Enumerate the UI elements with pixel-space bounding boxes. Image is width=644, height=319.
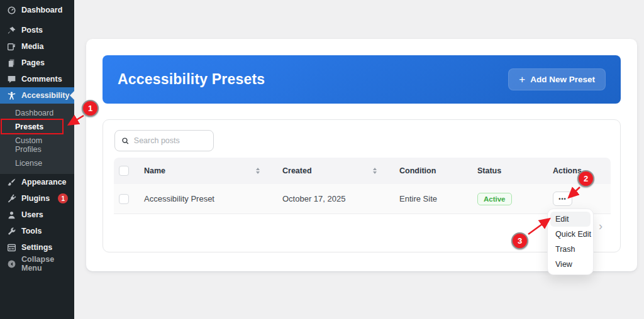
table-row: Accessibility Preset October 17, 2025 En…: [114, 184, 611, 214]
sidebar-item-label: Users: [21, 210, 43, 219]
menu-item-view[interactable]: View: [550, 257, 591, 272]
sidebar-item-label: Settings: [21, 243, 52, 252]
sidebar-item-label: Pages: [21, 58, 45, 67]
comment-icon: [6, 74, 16, 84]
plug-icon: [6, 193, 16, 203]
row-checkbox[interactable]: [119, 194, 129, 204]
plus-icon: +: [519, 74, 525, 85]
search-input[interactable]: [134, 136, 207, 145]
select-all-checkbox[interactable]: [119, 166, 129, 176]
main-content: Accessibility Presets + Add New Preset N…: [74, 0, 644, 319]
sidebar-item-accessibility[interactable]: Accessibility: [0, 87, 74, 104]
sidebar-item-label: Accessibility: [21, 91, 69, 100]
menu-item-quick-edit[interactable]: Quick Edit: [550, 227, 591, 242]
sidebar-item-appearance[interactable]: Appearance: [0, 174, 74, 190]
add-new-preset-button[interactable]: + Add New Preset: [508, 68, 606, 90]
user-icon: [6, 210, 16, 220]
sidebar-item-label: Collapse Menu: [21, 255, 72, 273]
collapse-arrow-icon: [6, 259, 16, 269]
preset-condition: Entire Site: [397, 194, 475, 203]
presets-table-panel: Name Created Condition Status Actions Ac…: [103, 119, 621, 252]
sidebar-item-tools[interactable]: Tools: [0, 223, 74, 239]
table-header-row: Name Created Condition Status Actions: [114, 158, 611, 184]
column-header-condition: Condition: [397, 166, 475, 175]
pin-icon: [6, 25, 16, 35]
sidebar-item-collapse-menu[interactable]: Collapse Menu: [0, 256, 74, 272]
submenu-item-presets[interactable]: Presets: [0, 120, 74, 134]
preset-name: Accessibility Preset: [142, 194, 280, 203]
sort-icon[interactable]: [373, 168, 377, 174]
sidebar-item-label: Comments: [21, 75, 62, 84]
add-new-preset-label: Add New Preset: [530, 75, 595, 84]
sidebar-item-label: Plugins: [21, 194, 50, 203]
annotation-step-3: 3: [511, 232, 528, 249]
sidebar-item-media[interactable]: Media: [0, 38, 74, 55]
plugins-update-badge: 1: [58, 193, 68, 203]
row-actions-menu: Edit Quick Edit Trash View: [547, 208, 594, 275]
submenu-item-dashboard[interactable]: Dashboard: [0, 106, 74, 120]
sidebar-item-label: Tools: [21, 227, 42, 235]
page-header: Accessibility Presets + Add New Preset: [103, 55, 621, 104]
pagination-next-button[interactable]: ›: [599, 220, 602, 232]
brush-icon: [6, 177, 16, 187]
sidebar-item-dashboard[interactable]: Dashboard: [0, 2, 74, 18]
column-header-status: Status: [475, 166, 550, 175]
sidebar-item-plugins[interactable]: Plugins 1: [0, 190, 74, 207]
status-badge: Active: [477, 193, 512, 205]
row-actions-button[interactable]: •••: [553, 192, 572, 206]
annotation-step-1: 1: [82, 100, 99, 117]
admin-sidebar: Dashboard Posts Media Pages Comments Acc…: [0, 0, 74, 319]
sidebar-item-settings[interactable]: Settings: [0, 239, 74, 256]
ellipsis-icon: •••: [558, 196, 566, 202]
sort-icon[interactable]: [256, 168, 260, 174]
sidebar-item-label: Dashboard: [21, 6, 62, 14]
sidebar-item-posts[interactable]: Posts: [0, 22, 74, 38]
presets-table: Name Created Condition Status Actions Ac…: [114, 158, 611, 214]
search-box: [114, 130, 214, 151]
accessibility-submenu: Dashboard Presets Custom Profiles Licens…: [0, 104, 74, 174]
sidebar-item-label: Media: [21, 42, 43, 51]
search-icon: [121, 136, 130, 146]
menu-item-trash[interactable]: Trash: [550, 242, 591, 257]
wrench-icon: [6, 226, 16, 236]
sidebar-item-users[interactable]: Users: [0, 207, 74, 223]
sidebar-item-label: Posts: [21, 26, 43, 35]
pages-icon: [6, 58, 16, 68]
submenu-item-license[interactable]: License: [0, 156, 74, 170]
annotation-step-2: 2: [577, 170, 594, 187]
settings-icon: [6, 242, 16, 252]
column-header-created[interactable]: Created: [280, 166, 397, 175]
page-title: Accessibility Presets: [118, 71, 265, 88]
sidebar-item-pages[interactable]: Pages: [0, 55, 74, 71]
submenu-item-custom-profiles[interactable]: Custom Profiles: [0, 134, 74, 156]
column-header-name[interactable]: Name: [142, 166, 280, 175]
preset-created-date: October 17, 2025: [280, 194, 397, 203]
menu-item-edit[interactable]: Edit: [550, 212, 591, 227]
sidebar-item-label: Appearance: [21, 178, 67, 187]
media-icon: [6, 41, 16, 51]
sidebar-item-comments[interactable]: Comments: [0, 71, 74, 87]
dashboard-icon: [6, 5, 16, 15]
accessibility-icon: [6, 90, 16, 100]
